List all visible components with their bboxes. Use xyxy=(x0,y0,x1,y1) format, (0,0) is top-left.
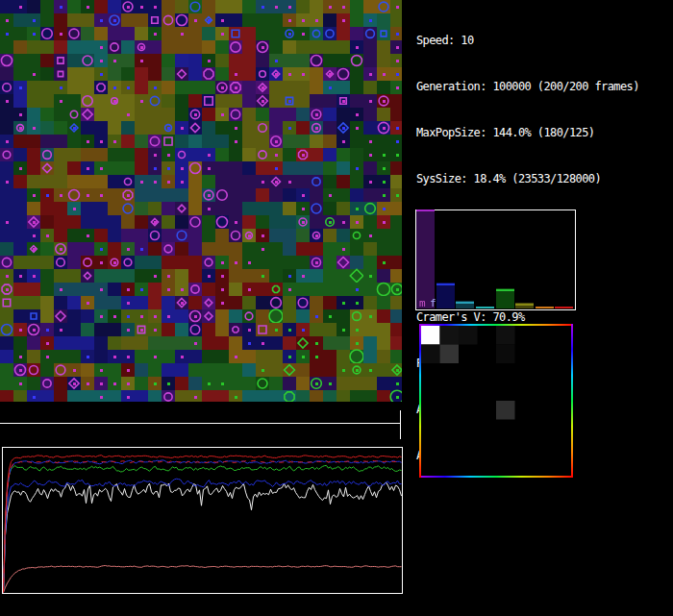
timeline-axis-line xyxy=(0,423,401,424)
stat-line-syssize: SysSize: 18.4% (23533/128000) xyxy=(416,170,639,189)
timeline-axis-tick xyxy=(400,410,401,439)
stat-line-maxpopsize: MaxPopSize: 144.0% (180/125) xyxy=(416,124,639,143)
history-line-chart-canvas xyxy=(2,447,403,594)
world-grid-canvas[interactable] xyxy=(0,0,402,402)
stat-line-generation: Generation: 100000 (200/200 frames) xyxy=(416,78,639,97)
population-bar-chart-canvas xyxy=(415,209,576,310)
mating-matrix-canvas xyxy=(419,324,573,478)
stat-line-speed: Speed: 10 xyxy=(416,32,639,51)
simulation-window: Speed: 10 Generation: 100000 (200/200 fr… xyxy=(0,0,673,616)
